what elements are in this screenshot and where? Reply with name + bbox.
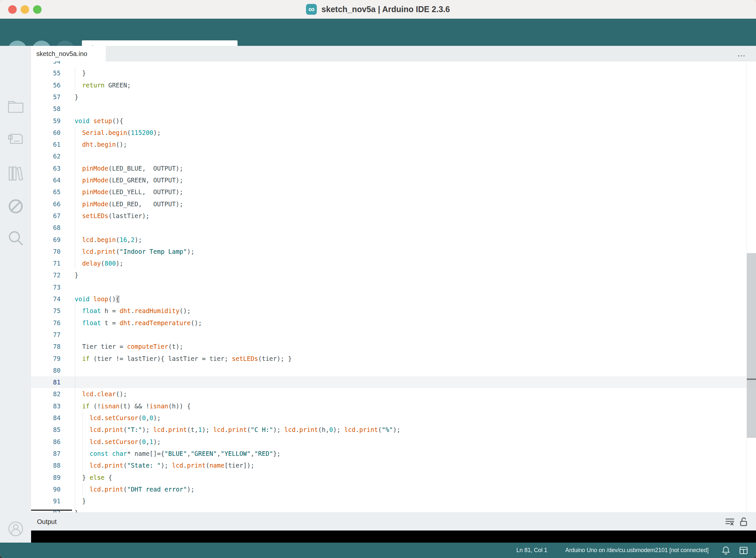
code-line-77[interactable]: 77 xyxy=(31,329,756,340)
line-number: 56 xyxy=(31,79,60,91)
code-line-text: } xyxy=(75,91,78,103)
code-line-61[interactable]: 61 dht.begin(); xyxy=(31,138,756,150)
output-console[interactable] xyxy=(31,531,756,542)
code-line-63[interactable]: 63 pinMode(LED_BLUE, OUTPUT); xyxy=(31,162,756,174)
editor-scrollbar[interactable] xyxy=(747,253,756,438)
indent-guide xyxy=(75,222,75,233)
code-line-86[interactable]: 86 lcd.setCursor(0,1); xyxy=(31,436,756,448)
code-line-69[interactable]: 69 lcd.begin(16,2); xyxy=(31,234,756,246)
line-number: 63 xyxy=(31,162,60,174)
code-line-67[interactable]: 67 setLEDs(lastTier); xyxy=(31,210,756,222)
code-line-75[interactable]: 75 float h = dht.readHumidity(); xyxy=(31,305,756,316)
output-panel-title: Output xyxy=(37,518,57,526)
code-line-92[interactable]: 92} xyxy=(31,507,756,512)
code-line-text: setLEDs(lastTier); xyxy=(75,210,150,222)
code-line-81[interactable]: 81 xyxy=(31,376,756,388)
code-line-66[interactable]: 66 pinMode(LED_RED, OUTPUT); xyxy=(31,198,756,210)
sidebar-item-account[interactable] xyxy=(0,521,31,537)
line-number: 70 xyxy=(31,246,60,257)
code-line-80[interactable]: 80 xyxy=(31,364,756,376)
code-line-text: lcd.begin(16,2); xyxy=(75,234,142,246)
sidebar-item-search[interactable] xyxy=(0,230,31,246)
sidebar-item-boards-manager[interactable] xyxy=(0,132,31,146)
line-number: 65 xyxy=(31,186,60,198)
code-line-55[interactable]: 55 } xyxy=(31,67,756,79)
code-line-76[interactable]: 76 float t = dht.readTemperature(); xyxy=(31,317,756,329)
code-line-58[interactable]: 58 xyxy=(31,103,756,115)
code-line-91[interactable]: 91 } xyxy=(31,495,756,507)
code-line-59[interactable]: 59void setup(){ xyxy=(31,115,756,127)
code-line-70[interactable]: 70 lcd.print("Indoor Temp Lamp"); xyxy=(31,246,756,257)
indent-guide xyxy=(75,150,75,162)
code-line-74[interactable]: 74void loop(){ xyxy=(31,293,756,305)
code-line-text: void loop(){ xyxy=(75,293,119,305)
folder-icon xyxy=(7,99,24,113)
line-number: 61 xyxy=(31,138,60,150)
line-number: 81 xyxy=(31,376,60,388)
code-line-56[interactable]: 56 return GREEN; xyxy=(31,79,756,91)
minimize-window-button[interactable] xyxy=(21,5,29,14)
code-line-text: if (!isnan(t) && !isnan(h)) { xyxy=(75,400,191,412)
code-line-72[interactable]: 72} xyxy=(31,269,756,281)
code-line-90[interactable]: 90 lcd.print("DHT read error"); xyxy=(31,483,756,495)
code-line-57[interactable]: 57} xyxy=(31,91,756,103)
code-line-text: pinMode(LED_RED, OUTPUT); xyxy=(75,198,183,210)
code-line-87[interactable]: 87 const char* name[]={"BLUE","GREEN","Y… xyxy=(31,448,756,459)
code-line-84[interactable]: 84 lcd.setCursor(0,0); xyxy=(31,412,756,424)
code-line-65[interactable]: 65 pinMode(LED_YELL, OUTPUT); xyxy=(31,186,756,198)
line-number: 80 xyxy=(31,364,60,376)
line-number: 74 xyxy=(31,293,60,305)
code-line-83[interactable]: 83 if (!isnan(t) && !isnan(h)) { xyxy=(31,400,756,412)
code-line-82[interactable]: 82 lcd.clear(); xyxy=(31,388,756,400)
search-icon xyxy=(7,230,24,246)
code-line-text: pinMode(LED_YELL, OUTPUT); xyxy=(75,186,183,198)
line-number: 54 xyxy=(31,61,60,67)
cursor-position-status[interactable]: Ln 81, Col 1 xyxy=(516,547,547,554)
line-number: 83 xyxy=(31,400,60,412)
code-editor[interactable]: 54 " "55 }56 return GREEN;57}5859void se… xyxy=(31,61,756,512)
clear-output-button[interactable] xyxy=(725,517,734,526)
code-line-54[interactable]: 54 " " xyxy=(31,61,756,67)
code-line-73[interactable]: 73 xyxy=(31,281,756,293)
line-number: 55 xyxy=(31,67,60,79)
notifications-bell-icon[interactable] xyxy=(722,546,730,555)
panel-resize-sash[interactable] xyxy=(31,510,72,511)
board-port-status[interactable]: Arduino Uno on /dev/cu.usbmodem2101 [not… xyxy=(565,547,708,554)
code-line-64[interactable]: 64 pinMode(LED_GREEN, OUTPUT); xyxy=(31,174,756,186)
close-window-button[interactable] xyxy=(8,5,17,14)
code-line-text: lcd.print("DHT read error"); xyxy=(75,483,194,495)
line-number: 88 xyxy=(31,459,60,471)
line-number: 71 xyxy=(31,257,60,269)
code-line-text: } xyxy=(75,67,86,79)
circuit-board-icon xyxy=(7,132,24,146)
line-number: 85 xyxy=(31,424,60,435)
circle-slash-icon xyxy=(8,199,24,214)
account-icon xyxy=(7,521,24,537)
code-line-78[interactable]: 78 Tier tier = computeTier(t); xyxy=(31,340,756,352)
tab-sketch-nov5a[interactable]: sketch_nov5a.ino xyxy=(31,46,106,61)
code-line-71[interactable]: 71 delay(800); xyxy=(31,257,756,269)
scroll-lock-button[interactable] xyxy=(740,517,748,526)
arduino-ide-window: ∞ sketch_nov5a | Arduino IDE 2.3.6 xyxy=(0,0,756,558)
line-number: 82 xyxy=(31,388,60,400)
code-line-text: Serial.begin(115200); xyxy=(75,127,161,138)
line-number: 59 xyxy=(31,115,60,127)
line-number: 68 xyxy=(31,222,60,233)
tab-more-actions-button[interactable]: … xyxy=(737,46,746,61)
zoom-window-button[interactable] xyxy=(33,5,42,14)
sidebar-item-sketchbook[interactable] xyxy=(0,99,31,113)
code-line-89[interactable]: 89 } else { xyxy=(31,472,756,483)
sidebar-item-library-manager[interactable] xyxy=(0,166,31,181)
code-line-68[interactable]: 68 xyxy=(31,222,756,233)
code-line-text: lcd.clear(); xyxy=(75,388,127,400)
line-number: 64 xyxy=(31,174,60,186)
code-line-85[interactable]: 85 lcd.print("T:"); lcd.print(t,1); lcd.… xyxy=(31,424,756,435)
code-line-text: return GREEN; xyxy=(75,79,131,91)
code-line-60[interactable]: 60 Serial.begin(115200); xyxy=(31,127,756,138)
sidebar-item-debug[interactable] xyxy=(0,199,31,214)
code-line-79[interactable]: 79 if (tier != lastTier){ lastTier = tie… xyxy=(31,353,756,364)
toggle-panel-icon[interactable] xyxy=(739,547,748,554)
code-line-88[interactable]: 88 lcd.print("State: "); lcd.print(name[… xyxy=(31,459,756,471)
code-line-62[interactable]: 62 xyxy=(31,150,756,162)
traffic-lights xyxy=(0,0,42,19)
